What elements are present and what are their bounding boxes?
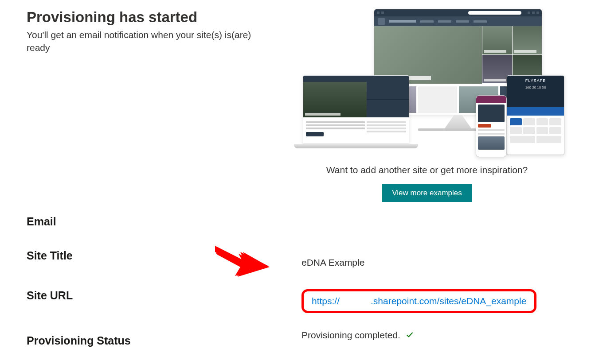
view-more-examples-button[interactable]: View more examples — [382, 184, 471, 202]
provisioning-status-value: Provisioning completed. — [301, 330, 400, 340]
checkmark-icon — [406, 331, 414, 341]
tablet-timer-text: 160 20 18 58 — [510, 85, 561, 89]
red-arrow-icon — [213, 241, 270, 277]
site-url-highlight-box: https://.sharepoint.com/sites/eDNA_examp… — [301, 289, 536, 313]
tablet-preview: FLYSAFE 160 20 18 58 — [507, 75, 564, 155]
inspiration-text: Want to add another site or get more ins… — [290, 165, 564, 175]
tablet-logo-text: FLYSAFE — [510, 78, 561, 83]
page-title: Provisioning has started — [27, 9, 270, 26]
site-url-link[interactable]: https://.sharepoint.com/sites/eDNA_examp… — [312, 296, 526, 306]
site-url-label: Site URL — [27, 289, 301, 302]
laptop-preview — [294, 75, 418, 159]
provisioning-status-label: Provisioning Status — [27, 334, 301, 347]
email-label: Email — [27, 215, 301, 228]
page-subtitle: You'll get an email notification when yo… — [27, 28, 270, 54]
svg-marker-0 — [216, 248, 269, 276]
site-title-value: eDNA Example — [301, 249, 564, 268]
phone-preview — [476, 95, 507, 157]
email-value — [301, 215, 564, 216]
device-mockup: FLYSAFE 160 20 18 58 — [290, 9, 564, 159]
